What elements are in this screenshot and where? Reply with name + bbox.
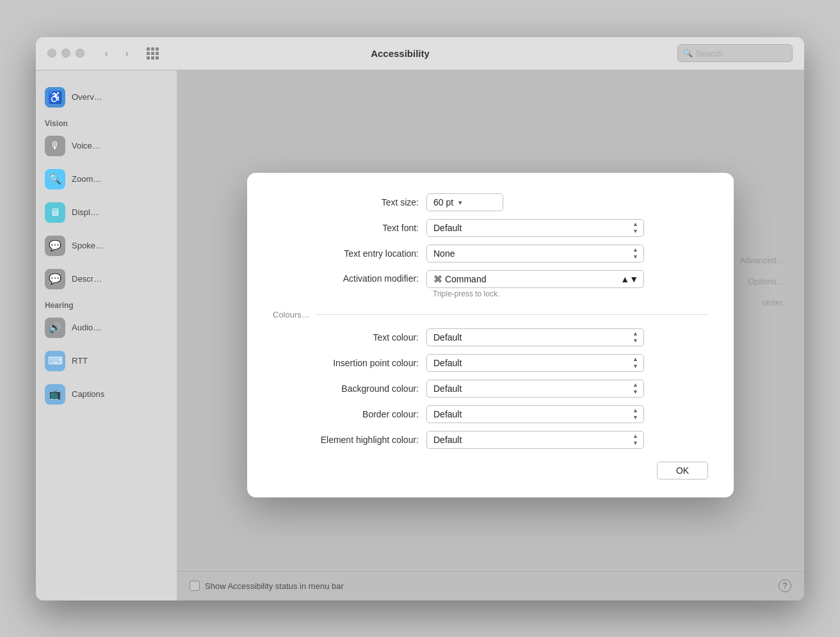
border-colour-control: Default ▲▼: [426, 405, 644, 423]
modal-footer: OK: [273, 462, 708, 480]
search-icon: 🔍: [683, 49, 693, 58]
insertion-point-colour-label: Insertion point colour:: [273, 358, 426, 368]
sidebar-section-hearing: Hearing: [36, 296, 177, 311]
sidebar-label-spoken: Spoke…: [72, 241, 104, 250]
divider-line: [316, 314, 708, 315]
element-highlight-colour-dropdown[interactable]: Default ▲▼: [426, 431, 644, 449]
captions-icon: 📺: [45, 384, 65, 405]
stepper-icon: ▲▼: [633, 222, 638, 234]
sidebar-label-captions: Captions: [72, 389, 104, 399]
sidebar-section-vision: Vision: [36, 114, 177, 129]
text-entry-location-label: Text entry location:: [273, 248, 426, 259]
element-highlight-colour-label: Element highlight colour:: [273, 435, 426, 445]
sidebar-label-rtt: RTT: [72, 356, 88, 366]
stepper-icon: ▲▼: [620, 274, 638, 284]
text-size-dropdown[interactable]: 60 pt ▾: [426, 193, 503, 211]
window-title: Accessibility: [131, 48, 670, 59]
insertion-point-colour-row: Insertion point colour: Default ▲▼: [273, 354, 708, 372]
stepper-icon: ▲▼: [633, 433, 638, 446]
sidebar-item-captions[interactable]: 📺 Captions: [36, 378, 177, 411]
text-colour-dropdown[interactable]: Default ▲▼: [426, 328, 644, 346]
stepper-icon: ▲▼: [633, 247, 638, 260]
background-colour-label: Background colour:: [273, 383, 426, 394]
text-colour-control: Default ▲▼: [426, 328, 644, 346]
sidebar-item-rtt[interactable]: ⌨ RTT: [36, 344, 177, 378]
text-colour-row: Text colour: Default ▲▼: [273, 328, 708, 346]
ok-button[interactable]: OK: [657, 462, 708, 480]
text-entry-location-value: None: [433, 248, 455, 259]
back-button[interactable]: ‹: [97, 44, 115, 62]
minimize-button[interactable]: [61, 49, 70, 58]
voice-icon: 🎙: [45, 136, 65, 156]
sidebar-item-spoken[interactable]: 💬 Spoke…: [36, 229, 177, 262]
insertion-point-colour-dropdown[interactable]: Default ▲▼: [426, 354, 644, 372]
close-button[interactable]: [47, 49, 56, 58]
traffic-lights: [47, 49, 85, 58]
spoken-icon: 💬: [45, 236, 65, 256]
sidebar-item-audio[interactable]: 🔊 Audio…: [36, 311, 177, 344]
overview-icon: ♿: [45, 87, 65, 108]
text-font-control: Default ▲▼: [426, 219, 644, 237]
rtt-icon: ⌨: [45, 351, 65, 371]
border-colour-value: Default: [433, 409, 462, 419]
text-colour-label: Text colour:: [273, 332, 426, 343]
sidebar: ♿ Overv… Vision 🎙 Voice… 🔍 Zoom…: [36, 70, 177, 601]
stepper-icon: ▲▼: [633, 382, 638, 395]
zoom-icon: 🔍: [45, 169, 65, 189]
text-size-value: 60 pt: [433, 197, 453, 207]
activation-modifier-dropdown[interactable]: ⌘ Command ▲▼: [426, 270, 644, 288]
sidebar-label-zoom: Zoom…: [72, 174, 101, 184]
title-bar: ‹ › Accessibility 🔍 Search: [36, 37, 804, 70]
sidebar-item-display[interactable]: 🖥 Displ…: [36, 196, 177, 229]
sidebar-item-overview[interactable]: ♿ Overv…: [36, 81, 177, 114]
sidebar-item-zoom[interactable]: 🔍 Zoom…: [36, 163, 177, 196]
sidebar-label-descriptions: Descr…: [72, 274, 102, 284]
text-colour-value: Default: [433, 332, 462, 343]
text-entry-location-dropdown[interactable]: None ▲▼: [426, 245, 644, 262]
sidebar-label-voice: Voice…: [72, 141, 101, 150]
search-bar[interactable]: 🔍 Search: [677, 44, 793, 62]
insertion-point-colour-value: Default: [433, 358, 462, 368]
mac-window: ‹ › Accessibility 🔍 Search ♿ Overv…: [36, 37, 804, 601]
sidebar-label-display: Displ…: [72, 207, 99, 217]
border-colour-dropdown[interactable]: Default ▲▼: [426, 405, 644, 423]
background-colour-row: Background colour: Default ▲▼: [273, 380, 708, 398]
display-icon: 🖥: [45, 202, 65, 223]
text-font-value: Default: [433, 223, 462, 233]
activation-modifier-row: Activation modifier: ⌘ Command ▲▼ Triple…: [273, 270, 708, 298]
stepper-icon: ▲▼: [633, 357, 638, 369]
activation-modifier-control: ⌘ Command ▲▼ Triple-press to lock.: [426, 270, 644, 298]
text-font-dropdown[interactable]: Default ▲▼: [426, 219, 644, 237]
audio-icon: 🔊: [45, 318, 65, 338]
border-colour-row: Border colour: Default ▲▼: [273, 405, 708, 423]
element-highlight-colour-control: Default ▲▼: [426, 431, 644, 449]
chevron-down-icon: ▾: [458, 198, 462, 207]
main-content: Advanced… Options… ointer. Show Accessib…: [177, 70, 804, 601]
sidebar-item-descriptions[interactable]: 💬 Descr…: [36, 262, 177, 296]
background-colour-control: Default ▲▼: [426, 380, 644, 398]
stepper-icon: ▲▼: [633, 408, 638, 421]
fullscreen-button[interactable]: [76, 49, 85, 58]
text-entry-location-row: Text entry location: None ▲▼: [273, 245, 708, 262]
activation-modifier-label: Activation modifier:: [273, 270, 426, 284]
text-entry-location-control: None ▲▼: [426, 245, 644, 262]
background-colour-value: Default: [433, 383, 462, 394]
insertion-point-colour-control: Default ▲▼: [426, 354, 644, 372]
sidebar-label-overview: Overv…: [72, 92, 102, 102]
border-colour-label: Border colour:: [273, 409, 426, 419]
colours-section-label: Colours…: [273, 310, 310, 319]
background-colour-dropdown[interactable]: Default ▲▼: [426, 380, 644, 398]
modal-dialog: Text size: 60 pt ▾ Text font:: [247, 173, 734, 497]
text-size-row: Text size: 60 pt ▾: [273, 193, 708, 211]
window-content: ♿ Overv… Vision 🎙 Voice… 🔍 Zoom…: [36, 70, 804, 601]
descriptions-icon: 💬: [45, 269, 65, 289]
modal-overlay: Text size: 60 pt ▾ Text font:: [177, 70, 804, 601]
activation-modifier-value: ⌘ Command: [433, 274, 486, 284]
sidebar-label-audio: Audio…: [72, 323, 101, 332]
stepper-icon: ▲▼: [633, 331, 638, 344]
sidebar-item-voice[interactable]: 🎙 Voice…: [36, 129, 177, 163]
search-placeholder: Search: [696, 49, 722, 58]
colours-section-divider: Colours…: [273, 310, 708, 319]
nav-buttons: ‹ ›: [97, 44, 136, 62]
text-size-control: 60 pt ▾: [426, 193, 644, 211]
